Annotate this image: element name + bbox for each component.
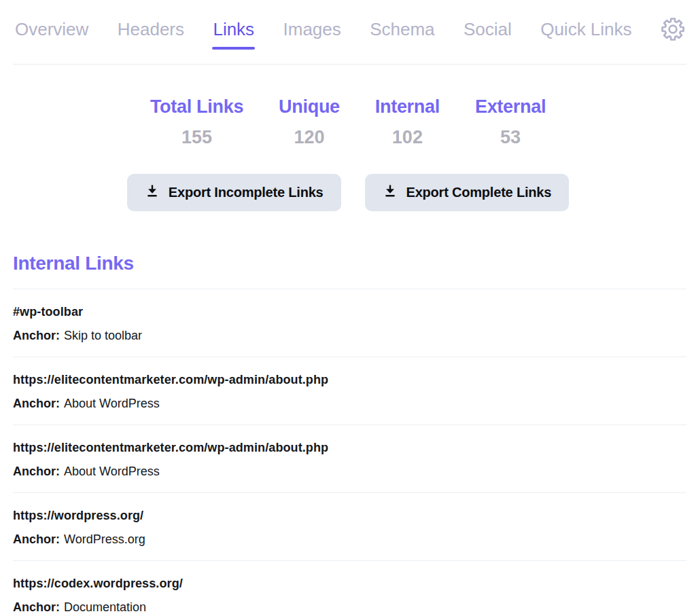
gear-icon: [661, 17, 685, 41]
export-complete-links-label: Export Complete Links: [406, 185, 552, 200]
export-complete-links-button[interactable]: Export Complete Links: [365, 174, 570, 211]
anchor-text: About WordPress: [64, 397, 160, 410]
stat-value: 102: [375, 127, 440, 148]
tab-bar: Overview Headers Links Images Schema Soc…: [0, 0, 696, 41]
link-anchor-line: Anchor:Documentation: [13, 600, 686, 615]
active-tab-underline: [212, 47, 255, 50]
link-item: https://elitecontentmarketer.com/wp-admi…: [13, 357, 686, 424]
link-anchor-line: Anchor:About WordPress: [13, 465, 686, 479]
tab-overview[interactable]: Overview: [15, 19, 88, 40]
stat-label: Unique: [279, 96, 340, 117]
tab-headers[interactable]: Headers: [118, 19, 184, 40]
stat-value: 53: [475, 127, 546, 148]
link-item: https://elitecontentmarketer.com/wp-admi…: [13, 424, 686, 492]
export-incomplete-links-label: Export Incomplete Links: [169, 185, 324, 200]
link-url: https://wordpress.org/: [13, 509, 686, 523]
internal-links-heading: Internal Links: [13, 253, 686, 274]
stat-external: External 53: [475, 96, 546, 148]
link-stats-row: Total Links 155 Unique 120 Internal 102 …: [0, 96, 696, 148]
stat-internal: Internal 102: [375, 96, 440, 148]
stat-label: Internal: [375, 96, 440, 117]
link-anchor-line: Anchor:WordPress.org: [13, 532, 686, 547]
anchor-label: Anchor:: [13, 465, 60, 478]
stat-total-links: Total Links 155: [150, 96, 243, 148]
anchor-label: Anchor:: [13, 532, 60, 546]
stat-value: 155: [150, 127, 243, 148]
link-url: #wp-toolbar: [13, 305, 686, 319]
anchor-label: Anchor:: [13, 397, 60, 410]
tab-schema[interactable]: Schema: [370, 19, 434, 40]
anchor-label: Anchor:: [13, 600, 60, 614]
tab-social[interactable]: Social: [464, 19, 512, 40]
anchor-text: Skip to toolbar: [64, 329, 142, 342]
anchor-label: Anchor:: [13, 329, 60, 342]
link-url: https://elitecontentmarketer.com/wp-admi…: [13, 373, 686, 387]
link-url: https://elitecontentmarketer.com/wp-admi…: [13, 441, 686, 455]
link-item: https://codex.wordpress.org/ Anchor:Docu…: [13, 560, 686, 616]
stat-label: External: [475, 96, 546, 117]
link-item: https://wordpress.org/ Anchor:WordPress.…: [13, 492, 686, 560]
link-url: https://codex.wordpress.org/: [13, 577, 686, 591]
export-buttons-row: Export Incomplete Links Export Complete …: [0, 174, 696, 211]
stat-label: Total Links: [150, 96, 243, 117]
link-anchor-line: Anchor:Skip to toolbar: [13, 329, 686, 343]
export-incomplete-links-button[interactable]: Export Incomplete Links: [127, 174, 341, 211]
link-item: #wp-toolbar Anchor:Skip to toolbar: [13, 289, 686, 357]
anchor-text: About WordPress: [64, 465, 160, 478]
tab-links-label: Links: [213, 19, 254, 39]
tab-links[interactable]: Links: [213, 19, 254, 40]
tab-images[interactable]: Images: [283, 19, 341, 40]
tabbar-divider: [13, 64, 686, 65]
anchor-text: WordPress.org: [64, 532, 145, 546]
stat-value: 120: [279, 127, 340, 148]
download-icon: [383, 183, 398, 202]
anchor-text: Documentation: [64, 600, 146, 614]
link-anchor-line: Anchor:About WordPress: [13, 397, 686, 411]
internal-links-list: #wp-toolbar Anchor:Skip to toolbar https…: [13, 289, 686, 616]
settings-button[interactable]: [661, 17, 685, 41]
tab-quick-links[interactable]: Quick Links: [540, 19, 631, 40]
download-icon: [145, 183, 160, 202]
stat-unique: Unique 120: [279, 96, 340, 148]
